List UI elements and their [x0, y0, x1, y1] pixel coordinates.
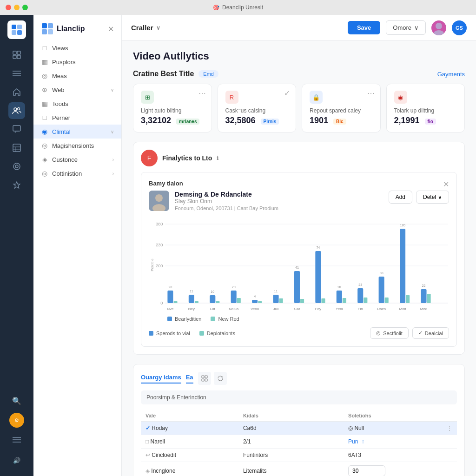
svg-text:200: 200	[156, 264, 163, 268]
svg-rect-2	[12, 30, 16, 35]
legend-blue-label: Bearlyditien	[175, 316, 201, 322]
analytics-info-icon[interactable]: ℹ	[217, 155, 219, 161]
card-more-icon-0[interactable]: ⋯	[198, 89, 206, 98]
climtal-icon: ◉	[41, 128, 48, 135]
sectfiolit-button[interactable]: ◎ Sectfiolit	[370, 327, 409, 339]
detail-button[interactable]: Detel ∨	[416, 191, 449, 204]
rail-search[interactable]: 🔍	[8, 392, 25, 409]
svg-rect-71	[379, 277, 384, 303]
sidebar-label-cottinistion: Cottinistion	[52, 170, 109, 177]
cottinistion-chevron-icon: ›	[112, 171, 114, 176]
person-location: Fonoum, Odenol, 200731 | Cant Bay Prodiu…	[175, 205, 383, 211]
minimize-dot[interactable]	[14, 5, 20, 10]
rail-volume[interactable]: 🔊	[8, 452, 25, 469]
section-link[interactable]: Gayments	[437, 71, 465, 78]
rail-item-people[interactable]	[8, 102, 25, 119]
tab-icon-grid[interactable]	[198, 372, 211, 385]
svg-rect-96	[205, 379, 207, 381]
section-title-row: Cratine Best Title Emd	[133, 70, 218, 78]
svg-point-19	[15, 165, 18, 168]
metric-card-2: ⋯ 🔒 Repout spared caley 1901 Blc	[302, 84, 381, 132]
legend-deplotaionts: Deplotaionts	[199, 327, 235, 339]
sidebar-item-climtal[interactable]: ◉ Climtal ∨	[33, 125, 121, 139]
rail-item-chat[interactable]	[8, 121, 25, 138]
climtal-chevron-icon: ∨	[111, 129, 114, 134]
table-row[interactable]: ↩ Cincloedit Funtintors 6AT3	[141, 449, 457, 462]
rail-item-home[interactable]	[8, 84, 25, 100]
chart-section: Bamy tlalon ✕ Demsing & De Rdanclate Sla…	[141, 172, 457, 347]
sidebar-item-toods[interactable]: ▦ Toods	[33, 97, 121, 111]
sidebar-item-magishensionts[interactable]: ◎ Magishensionts	[33, 139, 121, 152]
web-icon: ⊕	[41, 86, 48, 93]
sidebar-close-btn[interactable]: ✕	[108, 25, 114, 33]
sidebar-item-meas[interactable]: ◎ Meas	[33, 69, 121, 83]
maximize-dot[interactable]	[22, 5, 28, 10]
sol-input-field[interactable]	[348, 465, 385, 476]
tab-ea[interactable]: Ea	[186, 374, 193, 383]
checkbox-icon: ◈	[145, 468, 150, 474]
svg-text:20: 20	[232, 285, 236, 289]
sidebar-label-perner: Perner	[52, 114, 114, 121]
topbar-avatar1[interactable]	[431, 20, 446, 35]
rail-item-table[interactable]	[8, 139, 25, 156]
add-button[interactable]: Add	[389, 191, 412, 204]
vale-cell: ✓ Roday	[141, 422, 238, 435]
sol-cell: 6AT3	[344, 449, 457, 462]
sidebar-item-pusplors[interactable]: ▦ Pusplors	[33, 55, 121, 69]
more-button[interactable]: Omore ∨	[386, 20, 426, 35]
window-controls[interactable]	[6, 5, 28, 10]
web-chevron-icon: ∨	[111, 87, 114, 93]
card-more-icon-2[interactable]: ⋯	[367, 89, 375, 98]
panel-close-button[interactable]: ✕	[443, 180, 449, 189]
person-name: Demsing & De Rdanclate	[175, 191, 383, 198]
table-row[interactable]: ✓ Roday Ca6d ◎ Null ⋮	[141, 422, 457, 435]
rail-avatar[interactable]: ⚙	[9, 413, 24, 428]
svg-text:Fin: Fin	[358, 307, 363, 311]
sidebar-item-perner[interactable]: □ Perner	[33, 111, 121, 125]
table-row[interactable]: □ Narell 2/1 Pun ↑	[141, 435, 457, 449]
sidebar-item-views[interactable]: □ Views	[33, 41, 121, 55]
svg-text:Daes: Daes	[377, 307, 386, 311]
sidebar-item-web[interactable]: ⊕ Web ∨	[33, 83, 121, 97]
rail-item-list[interactable]	[8, 65, 25, 82]
svg-rect-3	[17, 30, 22, 35]
rail-item-star[interactable]	[8, 177, 25, 193]
rail-hamburger[interactable]	[8, 431, 25, 448]
card-tag-1: Plrnis	[261, 119, 279, 125]
rail-item-analytics[interactable]	[8, 158, 25, 175]
svg-rect-7	[17, 55, 20, 59]
tab-ouargy[interactable]: Ouargy idams	[141, 374, 181, 383]
vale-cell: □ Narell	[141, 435, 238, 449]
tab-icon-refresh[interactable]	[214, 372, 227, 385]
svg-rect-51	[237, 298, 241, 303]
svg-rect-74	[400, 229, 405, 303]
svg-text:120: 120	[400, 224, 405, 227]
svg-point-28	[434, 30, 444, 35]
legend-teal-dot2	[199, 331, 204, 336]
svg-rect-44	[189, 295, 194, 303]
sidebar-item-cottinistion[interactable]: ◎ Cottinistion ›	[33, 166, 121, 180]
svg-text:0: 0	[160, 301, 163, 305]
card-more-icon-1[interactable]: ✓	[284, 89, 290, 98]
section-badge: Emd	[198, 70, 218, 78]
sidebar-label-web: Web	[52, 86, 107, 93]
sol-more-icon[interactable]: ⋮	[447, 425, 452, 431]
svg-rect-69	[364, 298, 367, 303]
dealcial-button[interactable]: ✓ Dealcial	[412, 327, 449, 339]
svg-rect-75	[406, 295, 410, 303]
chart-svg: 380 230 200 0 Poicitlie	[149, 218, 449, 311]
topbar-avatar2[interactable]: GS	[452, 20, 467, 35]
dealcial-label: Dealcial	[425, 331, 443, 336]
svg-text:Nve: Nve	[167, 307, 174, 311]
svg-text:4: 4	[254, 295, 256, 298]
rail-item-dashboard[interactable]	[8, 46, 25, 63]
table-row[interactable]: ◈ Incnglone Litemalits	[141, 462, 457, 476]
sidebar: Llanclip ✕ □ Views ▦ Pusplors ◎ Meas ⊕ W…	[33, 15, 122, 476]
card-label-1: Cask⁻us calsing	[225, 107, 289, 114]
sol-cell[interactable]	[344, 462, 457, 476]
breadcrumb-chevron-icon: ∨	[156, 25, 160, 31]
close-dot[interactable]	[6, 5, 11, 10]
rail-logo[interactable]	[7, 20, 26, 39]
sidebar-item-custonce[interactable]: ◈ Custonce ›	[33, 152, 121, 166]
save-button[interactable]: Save	[348, 21, 380, 34]
